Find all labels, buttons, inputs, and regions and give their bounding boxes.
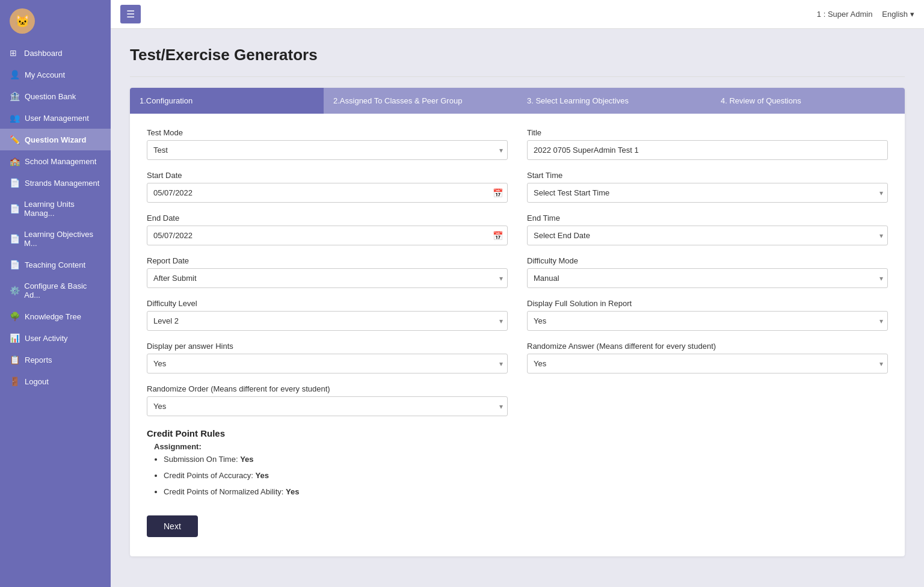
sidebar-label-knowledge-tree: Knowledge Tree — [25, 312, 81, 321]
sidebar-icon-user-management: 👥 — [10, 113, 20, 123]
sidebar-item-my-account[interactable]: 👤My Account — [0, 64, 111, 85]
credit-item-3: Credit Points of Normalized Ability: Yes — [164, 487, 888, 496]
sidebar-item-user-management[interactable]: 👥User Management — [0, 107, 111, 129]
title-label: Title — [527, 128, 888, 137]
test-mode-select[interactable]: Test — [147, 140, 508, 160]
sidebar-label-dashboard: Dashboard — [24, 49, 63, 58]
randomize-order-select[interactable]: Yes — [147, 396, 508, 416]
end-time-select[interactable]: Select End Date — [527, 226, 888, 245]
sidebar-item-reports[interactable]: 📋Reports — [0, 349, 111, 370]
start-date-group: Start Date 📅 — [147, 171, 508, 203]
sidebar-label-user-activity: User Activity — [25, 334, 68, 343]
end-date-input[interactable] — [147, 226, 508, 245]
sidebar-icon-logout: 🚪 — [10, 376, 20, 386]
sidebar-label-question-wizard: Question Wizard — [25, 135, 86, 144]
end-time-select-wrapper: Select End Date ▾ — [527, 226, 888, 245]
title-input[interactable] — [527, 140, 888, 160]
end-date-label: End Date — [147, 214, 508, 223]
difficulty-level-label: Difficulty Level — [147, 299, 508, 308]
sidebar-item-school-management[interactable]: 🏫School Management — [0, 150, 111, 172]
randomize-order-select-wrapper: Yes ▾ — [147, 396, 508, 416]
credit-rules-section: Credit Point Rules Assignment: Submissio… — [147, 428, 888, 496]
title-group: Title — [527, 128, 888, 160]
start-time-label: Start Time — [527, 171, 888, 180]
main-content: Test/Exercise Generators 1.Configuration… — [111, 29, 924, 587]
avatar: 🐱 — [10, 8, 35, 34]
next-button[interactable]: Next — [147, 515, 198, 537]
display-hints-label: Display per answer Hints — [147, 342, 508, 351]
sidebar-label-teaching-content: Teaching Content — [25, 260, 85, 269]
randomize-answer-select[interactable]: Yes — [527, 354, 888, 373]
sidebar-label-question-bank: Question Bank — [25, 92, 76, 101]
wizard-steps: 1.Configuration2.Assigned To Classes & P… — [130, 88, 905, 114]
end-date-input-wrapper: 📅 — [147, 226, 508, 245]
start-date-label: Start Date — [147, 171, 508, 180]
difficulty-mode-group: Difficulty Mode Manual ▾ — [527, 256, 888, 288]
sidebar-item-dashboard[interactable]: ⊞Dashboard — [0, 42, 111, 64]
wizard-step-2[interactable]: 2.Assigned To Classes & Peer Group — [324, 88, 517, 114]
sidebar-item-knowledge-tree[interactable]: 🌳Knowledge Tree — [0, 306, 111, 327]
sidebar-item-teaching-content[interactable]: 📄Teaching Content — [0, 254, 111, 275]
sidebar-icon-configure: ⚙️ — [10, 286, 19, 295]
form-row-5: Difficulty Level Level 2 ▾ Display Full … — [147, 299, 888, 331]
sidebar: 🐱 ⊞Dashboard👤My Account🏦Question Bank👥Us… — [0, 0, 111, 587]
display-hints-select-wrapper: Yes ▾ — [147, 354, 508, 373]
form-row-7: Randomize Order (Means different for eve… — [147, 384, 508, 416]
randomize-answer-select-wrapper: Yes ▾ — [527, 354, 888, 373]
difficulty-level-select[interactable]: Level 2 — [147, 311, 508, 331]
sidebar-icon-question-wizard: ✏️ — [10, 135, 20, 144]
randomize-answer-group: Randomize Answer (Means different for ev… — [527, 342, 888, 373]
sidebar-label-learning-objectives: Learning Objectives M... — [24, 230, 101, 248]
sidebar-label-reports: Reports — [25, 355, 52, 364]
sidebar-icon-my-account: 👤 — [10, 70, 20, 79]
report-date-group: Report Date After Submit ▾ — [147, 256, 508, 288]
randomize-order-group: Randomize Order (Means different for eve… — [147, 384, 508, 416]
form-row-1: Test Mode Test ▾ Title — [147, 128, 888, 160]
sidebar-item-question-wizard[interactable]: ✏️Question Wizard — [0, 129, 111, 150]
display-full-solution-label: Display Full Solution in Report — [527, 299, 888, 308]
sidebar-item-strands-management[interactable]: 📄Strands Management — [0, 172, 111, 194]
display-hints-select[interactable]: Yes — [147, 354, 508, 373]
wizard-step-3[interactable]: 3. Select Learning Objectives — [517, 88, 711, 114]
sidebar-item-logout[interactable]: 🚪Logout — [0, 370, 111, 392]
start-date-input-wrapper: 📅 — [147, 183, 508, 203]
report-date-select[interactable]: After Submit — [147, 268, 508, 288]
sidebar-icon-question-bank: 🏦 — [10, 91, 20, 101]
start-time-select[interactable]: Select Test Start Time — [527, 183, 888, 203]
form-row-4: Report Date After Submit ▾ Difficulty Mo… — [147, 256, 888, 288]
lang-arrow-icon: ▾ — [910, 10, 914, 19]
difficulty-mode-label: Difficulty Mode — [527, 256, 888, 265]
sidebar-item-learning-objectives[interactable]: 📄Learning Objectives M... — [0, 224, 111, 254]
wizard-form: Test Mode Test ▾ Title — [130, 114, 905, 556]
randomize-order-label: Randomize Order (Means different for eve… — [147, 384, 508, 393]
sidebar-icon-reports: 📋 — [10, 355, 20, 364]
display-full-solution-select[interactable]: Yes — [527, 311, 888, 331]
topbar-left: ☰ — [120, 5, 141, 23]
display-full-solution-select-wrapper: Yes ▾ — [527, 311, 888, 331]
sidebar-label-strands-management: Strands Management — [25, 179, 99, 188]
title-divider — [130, 76, 905, 77]
test-mode-group: Test Mode Test ▾ — [147, 128, 508, 160]
start-date-input[interactable] — [147, 183, 508, 203]
sidebar-item-configure[interactable]: ⚙️Configure & Basic Ad... — [0, 275, 111, 306]
sidebar-item-user-activity[interactable]: 📊User Activity — [0, 327, 111, 349]
wizard-card: 1.Configuration2.Assigned To Classes & P… — [130, 88, 905, 556]
sidebar-item-learning-units[interactable]: 📄Learning Units Manag... — [0, 194, 111, 224]
difficulty-mode-select[interactable]: Manual — [527, 268, 888, 288]
wizard-step-4[interactable]: 4. Review of Questions — [711, 88, 905, 114]
assignment-label: Assignment: — [154, 442, 888, 451]
sidebar-label-user-management: User Management — [25, 114, 89, 123]
wizard-step-1[interactable]: 1.Configuration — [130, 88, 324, 114]
topbar-right: 1 : Super Admin English ▾ — [817, 10, 914, 19]
sidebar-label-configure: Configure & Basic Ad... — [24, 281, 101, 300]
credit-item-1: Submission On Time: Yes — [164, 455, 888, 464]
hamburger-button[interactable]: ☰ — [120, 5, 141, 23]
difficulty-level-select-wrapper: Level 2 ▾ — [147, 311, 508, 331]
display-hints-group: Display per answer Hints Yes ▾ — [147, 342, 508, 373]
language-selector[interactable]: English ▾ — [882, 10, 914, 19]
sidebar-icon-learning-objectives: 📄 — [10, 234, 19, 244]
sidebar-item-question-bank[interactable]: 🏦Question Bank — [0, 85, 111, 107]
credit-rules-title: Credit Point Rules — [147, 428, 888, 438]
credit-list: Submission On Time: Yes Credit Points of… — [164, 455, 888, 496]
form-row-6: Display per answer Hints Yes ▾ Randomize… — [147, 342, 888, 373]
